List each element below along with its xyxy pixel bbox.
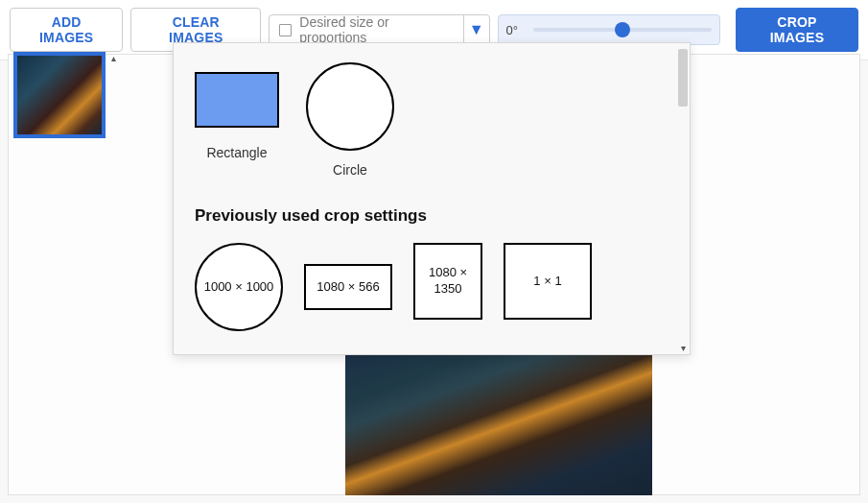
dropdown-caret-button[interactable]: ▼	[463, 15, 489, 44]
size-proportions-dropdown[interactable]: Desired size or proportions ▼	[269, 14, 489, 45]
shape-row: Rectangle Circle	[195, 62, 669, 178]
crop-dropdown-panel: ▾ Rectangle Circle Previously used crop …	[173, 42, 691, 355]
panel-scrollbar[interactable]	[678, 49, 688, 107]
preset-1x1[interactable]: 1 × 1	[504, 243, 592, 320]
shape-circle-option[interactable]: Circle	[306, 62, 394, 178]
slider-track[interactable]	[533, 28, 712, 32]
rotation-value: 0°	[506, 23, 526, 37]
dropdown-placeholder: Desired size or proportions	[299, 14, 453, 45]
dropdown-left: Desired size or proportions	[270, 15, 462, 44]
panel-scroll-down-icon[interactable]: ▾	[678, 343, 688, 352]
chevron-down-icon: ▼	[469, 21, 484, 38]
preset-1000x1000[interactable]: 1000 × 1000	[195, 243, 283, 331]
preset-1080x1350[interactable]: 1080 × 1350	[413, 243, 482, 320]
circle-icon	[306, 62, 394, 151]
shape-rectangle-option[interactable]: Rectangle	[195, 62, 279, 178]
rectangle-icon	[195, 72, 279, 128]
slider-thumb[interactable]	[615, 22, 630, 37]
shape-circle-label: Circle	[306, 162, 394, 178]
rotation-slider[interactable]: 0°	[498, 14, 720, 45]
preset-row: 1000 × 1000 1080 × 566 1080 × 1350 1 × 1	[195, 243, 669, 314]
panel-heading: Previously used crop settings	[195, 206, 669, 226]
lock-proportions-checkbox[interactable]	[279, 24, 292, 36]
thumbnail-selected[interactable]	[13, 52, 106, 138]
shape-rectangle-label: Rectangle	[195, 145, 279, 160]
preset-1080x566[interactable]: 1080 × 566	[304, 264, 392, 310]
crop-images-button[interactable]: CROP IMAGES	[736, 8, 858, 52]
thumbnail-strip	[13, 52, 113, 138]
main-preview-image[interactable]	[345, 351, 652, 495]
add-images-button[interactable]: ADD IMAGES	[10, 8, 123, 52]
